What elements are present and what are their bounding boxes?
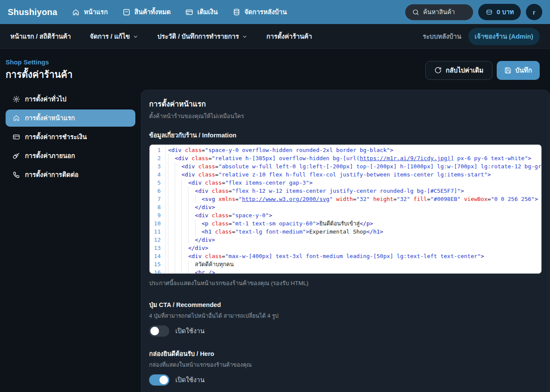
cta-subtitle: 4 ปุ่มที่สามารถกดไปหน้าอื่นได้ สามารถเปล… — [149, 311, 542, 320]
code-text: <svg xmlns="http://www.w3.org/2000/svg" … — [166, 195, 538, 203]
code-line: 9<div class="space-y-0"> — [150, 211, 541, 219]
subnav-item-history[interactable]: ประวัติ / บันทึกการทำรายการ — [157, 31, 248, 42]
info-section-label: ข้อมูลเกี่ยวกับร้าน / Information — [149, 130, 542, 140]
save-button[interactable]: บันทึก — [497, 61, 540, 80]
sidebar-item-contact[interactable]: การตั้งค่าการติดต่อ — [6, 166, 135, 183]
code-text: <div class="relative h-[385px] overflow-… — [166, 154, 531, 162]
code-line: 6<div class="flex h-12 w-12 items-center… — [150, 187, 541, 195]
code-line: 8</div> — [150, 203, 541, 211]
phone-icon — [12, 171, 20, 179]
line-number: 3 — [150, 162, 166, 170]
subnav-right: ระบบหลังบ้าน เจ้าของร้าน (Admin) — [423, 28, 540, 45]
page-header: Shop Settings การตั้งค่าร้านค้า กลับไปค่… — [0, 49, 550, 90]
hero-subtitle: กล่องที่แสดงในหน้าแรกของร้านค้าของคุณ — [149, 360, 542, 369]
sidebar-item-general[interactable]: การตั้งค่าทั่วไป — [6, 91, 135, 108]
panel-title: การตั้งค่าหน้าแรก — [149, 98, 542, 109]
coin-icon — [485, 8, 493, 16]
hero-toggle-label: เปิดใช้งาน — [175, 375, 205, 385]
code-text: <h1 class="text-lg font-medium">Experime… — [166, 228, 383, 236]
line-number: 14 — [150, 252, 166, 260]
code-text: <div class="absolute w-full left-0 lg:le… — [166, 162, 541, 170]
line-number: 12 — [150, 236, 166, 244]
credit-card-icon — [12, 133, 20, 141]
code-text: <div class="relative z-10 flex h-full fl… — [166, 170, 491, 179]
code-text: <div class="space-y-0 overflow-hidden ro… — [166, 146, 393, 154]
toggle-knob — [150, 327, 159, 335]
code-line: 11<h1 class="text-lg font-medium">Experi… — [150, 228, 541, 236]
subnav-item-shop-settings[interactable]: การตั้งค่าร้านค้า — [266, 31, 312, 42]
credit-card-icon — [185, 8, 193, 16]
hero-title: กล่องยินดีต้อนรับ / Hero — [149, 349, 542, 359]
line-number: 2 — [150, 154, 166, 162]
page-title: การตั้งค่าร้านค้า — [6, 67, 73, 82]
panel-subtitle: ตั้งค้าหน้าร้านของคุณให้ไม่เหมือนใคร — [149, 111, 542, 121]
code-line: 13</div> — [150, 244, 541, 252]
code-line: 14<div class="max-w-[400px] text-3xl fon… — [150, 252, 541, 260]
balance-amount: 0 บาท — [497, 7, 514, 17]
code-line: 7<svg xmlns="http://www.w3.org/2000/svg"… — [150, 195, 541, 203]
cta-section: ปุ่ม CTA / Recommended 4 ปุ่มที่สามารถกด… — [149, 300, 542, 337]
code-text: <p class="mt-1 text-sm opacity-60">ยินดี… — [166, 219, 373, 228]
topnav-item-backoffice[interactable]: จัดการหลังบ้าน — [232, 7, 287, 17]
line-number: 11 — [150, 228, 166, 236]
code-text: <div class="space-y-0"> — [166, 211, 272, 219]
topnav-item-products[interactable]: สินค้าทั้งหมด — [122, 7, 171, 17]
settings-sidebar: การตั้งค่าทั่วไป การตั้งค่าหน้าแรก การตั… — [6, 90, 135, 183]
code-text: <div class="flex h-12 w-12 items-center … — [166, 187, 464, 195]
page-subtitle: Shop Settings — [6, 58, 73, 66]
page-header-titles: Shop Settings การตั้งค่าร้านค้า — [6, 58, 73, 82]
chevron-down-icon — [133, 34, 138, 40]
line-number: 16 — [150, 268, 166, 274]
home-icon — [12, 114, 20, 122]
reset-button[interactable]: กลับไปค่าเดิม — [425, 61, 492, 80]
code-text: <div class="flex items-center gap-3"> — [166, 179, 313, 187]
editor-help-text: ประกาศนี้จะแสดงในหน้าแรกของร้านค้าของคุณ… — [149, 278, 542, 288]
admin-sub-navbar: หน้าแรก / สถิติร้านค้า จัดการ / แก้ไข ปร… — [0, 24, 550, 49]
brand-logo[interactable]: Shushiyona — [8, 7, 57, 17]
database-icon — [232, 8, 241, 16]
line-number: 13 — [150, 244, 166, 252]
topnav-links: หน้าแรก สินค้าทั้งหมด เติมเงิน จัดการหลั… — [72, 7, 392, 17]
system-label: ระบบหลังบ้าน — [423, 31, 461, 42]
search-icon — [412, 9, 419, 16]
cta-toggle-label: เปิดใช้งาน — [175, 326, 205, 336]
code-line: 2<div class="relative h-[385px] overflow… — [150, 154, 541, 162]
sidebar-item-external[interactable]: การตั้งค่าภายนอก — [6, 147, 135, 164]
home-icon — [72, 8, 80, 16]
cta-toggle[interactable] — [149, 325, 169, 337]
code-text: </div> — [166, 236, 215, 244]
code-line: 5<div class="flex items-center gap-3"> — [150, 179, 541, 187]
line-number: 1 — [150, 146, 166, 154]
sidebar-item-payment[interactable]: การตั้งค่าการชำระเงิน — [6, 128, 135, 146]
line-number: 7 — [150, 195, 166, 203]
cta-title: ปุ่ม CTA / Recommended — [149, 300, 542, 310]
subnav-item-manage[interactable]: จัดการ / แก้ไข — [90, 31, 138, 42]
topnav-right: 0 บาท r — [405, 4, 542, 20]
search-input[interactable] — [423, 9, 466, 15]
code-line: 16<br /> — [150, 268, 541, 274]
balance-pill[interactable]: 0 บาท — [478, 4, 521, 20]
code-text: </div> — [166, 244, 208, 252]
hero-toggle[interactable] — [149, 374, 169, 386]
top-navbar: Shushiyona หน้าแรก สินค้าทั้งหมด เติมเงิ… — [0, 0, 550, 24]
homepage-settings-panel: การตั้งค่าหน้าแรก ตั้งค้าหน้าร้านของคุณใ… — [141, 90, 550, 392]
code-line: 3<div class="absolute w-full left-0 lg:l… — [150, 162, 541, 170]
code-text: สวัดดีค้าบทุกคน — [166, 260, 234, 268]
save-icon — [504, 67, 511, 74]
subnav-item-stats[interactable]: หน้าแรก / สถิติร้านค้า — [10, 31, 71, 42]
role-badge[interactable]: เจ้าของร้าน (Admin) — [468, 28, 540, 45]
sidebar-item-homepage[interactable]: การตั้งค่าหน้าแรก — [6, 109, 135, 127]
topnav-item-home[interactable]: หน้าแรก — [72, 7, 107, 17]
html-code-editor[interactable]: 1<div class="space-y-0 overflow-hidden r… — [149, 144, 542, 274]
code-line: 15สวัดดีค้าบทุกคน — [150, 260, 541, 268]
line-number: 4 — [150, 170, 166, 179]
line-number: 15 — [150, 260, 166, 268]
hero-section: กล่องยินดีต้อนรับ / Hero กล่องที่แสดงในห… — [149, 349, 542, 386]
user-avatar[interactable]: r — [526, 4, 542, 20]
search-box[interactable] — [405, 4, 473, 20]
topnav-item-topup[interactable]: เติมเงิน — [185, 7, 217, 17]
line-number: 9 — [150, 211, 166, 219]
code-line: 10<p class="mt-1 text-sm opacity-60">ยิน… — [150, 219, 541, 228]
code-line: 12</div> — [150, 236, 541, 244]
header-actions: กลับไปค่าเดิม บันทึก — [425, 61, 540, 80]
